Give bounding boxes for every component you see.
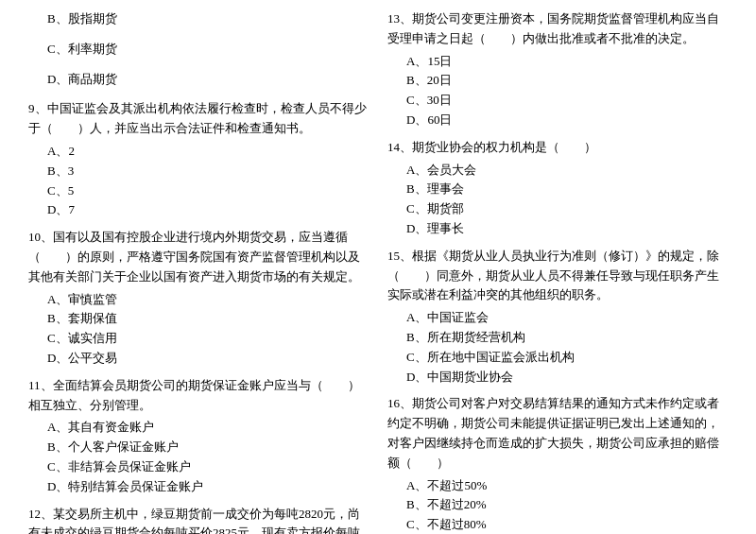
question-16: 16、期货公司对客户对交易结算结果的通知方式未作约定或者约定不明确，期货公司未能… (387, 394, 728, 534)
question-12-text: 12、某交易所主机中，绿豆期货前一成交价为每吨2820元，尚有未成交的绿豆期货合… (28, 505, 369, 534)
q10-option-c: C、诚实信用 (28, 329, 369, 349)
q13-option-d: D、60日 (387, 111, 728, 130)
q16-option-c: C、不超过80% (387, 515, 728, 534)
q15-option-c: C、所在地中国证监会派出机构 (387, 348, 728, 368)
question-15-text: 15、根据《期货从业人员执业行为准则（修订）》的规定，除（ ）同意外，期货从业人… (387, 247, 728, 305)
q15-option-a: A、中国证监会 (387, 308, 728, 328)
q11-option-a: A、其自有资金账户 (28, 418, 369, 438)
question-9-text: 9、中国证监会及其派出机构依法履行检查时，检查人员不得少于（ ）人，并应当出示合… (28, 99, 369, 139)
question-10: 10、国有以及国有控股企业进行境内外期货交易，应当遵循（ ）的原则，严格遵守国务… (28, 228, 369, 369)
question-10-text: 10、国有以及国有控股企业进行境内外期货交易，应当遵循（ ）的原则，严格遵守国务… (28, 228, 369, 286)
q11-option-c: C、非结算会员保证金账户 (28, 457, 369, 477)
question-16-text: 16、期货公司对客户对交易结算结果的通知方式未作约定或者约定不明确，期货公司未能… (387, 394, 728, 473)
q13-option-b: B、20日 (387, 71, 728, 91)
left-column: B、股指期货 C、利率期货 D、商品期货 9、中国证监会及其派出机构依法履行检查… (28, 9, 369, 534)
q11-option-d: D、特别结算会员保证金账户 (28, 477, 369, 497)
q14-option-c: C、期货部 (387, 199, 728, 219)
question-13-text: 13、期货公司变更注册资本，国务院期货监督管理机构应当自受理申请之日起（ ）内做… (387, 9, 728, 49)
option-c-interest: C、利率期货 (28, 40, 369, 62)
q9-option-c: C、5 (28, 181, 369, 201)
q15-option-d: D、中国期货业协会 (387, 368, 728, 388)
q10-option-a: A、审慎监管 (28, 290, 369, 310)
option-d-goods: D、商品期货 (28, 70, 369, 93)
page-container: B、股指期货 C、利率期货 D、商品期货 9、中国证监会及其派出机构依法履行检查… (28, 9, 728, 534)
option-c-text: C、利率期货 (28, 40, 369, 60)
option-b-index: B、股指期货 (28, 9, 369, 32)
q16-option-a: A、不超过50% (387, 476, 728, 496)
question-15: 15、根据《期货从业人员执业行为准则（修订）》的规定，除（ ）同意外，期货从业人… (387, 247, 728, 388)
q13-option-a: A、15日 (387, 52, 728, 72)
question-14: 14、期货业协会的权力机构是（ ） A、会员大会 B、理事会 C、期货部 D、理… (387, 138, 728, 239)
option-b-text: B、股指期货 (28, 9, 369, 29)
question-13: 13、期货公司变更注册资本，国务院期货监督管理机构应当自受理申请之日起（ ）内做… (387, 9, 728, 130)
option-d-text: D、商品期货 (28, 70, 369, 90)
question-9: 9、中国证监会及其派出机构依法履行检查时，检查人员不得少于（ ）人，并应当出示合… (28, 99, 369, 220)
q14-option-d: D、理事长 (387, 219, 728, 239)
question-11-text: 11、全面结算会员期货公司的期货保证金账户应当与（ ）相互独立、分别管理。 (28, 376, 369, 416)
q14-option-a: A、会员大会 (387, 161, 728, 181)
q16-option-b: B、不超过20% (387, 495, 728, 515)
question-14-text: 14、期货业协会的权力机构是（ ） (387, 138, 728, 158)
q9-option-b: B、3 (28, 162, 369, 181)
question-11: 11、全面结算会员期货公司的期货保证金账户应当与（ ）相互独立、分别管理。 A、… (28, 376, 369, 497)
q9-option-d: D、7 (28, 200, 369, 220)
right-column: 13、期货公司变更注册资本，国务院期货监督管理机构应当自受理申请之日起（ ）内做… (387, 9, 728, 534)
q14-option-b: B、理事会 (387, 180, 728, 199)
q11-option-b: B、个人客户保证金账户 (28, 438, 369, 457)
q13-option-c: C、30日 (387, 91, 728, 111)
question-12: 12、某交易所主机中，绿豆期货前一成交价为每吨2820元，尚有未成交的绿豆期货合… (28, 505, 369, 534)
q9-option-a: A、2 (28, 142, 369, 162)
q10-option-b: B、套期保值 (28, 309, 369, 329)
q10-option-d: D、公平交易 (28, 349, 369, 369)
q15-option-b: B、所在期货经营机构 (387, 328, 728, 348)
